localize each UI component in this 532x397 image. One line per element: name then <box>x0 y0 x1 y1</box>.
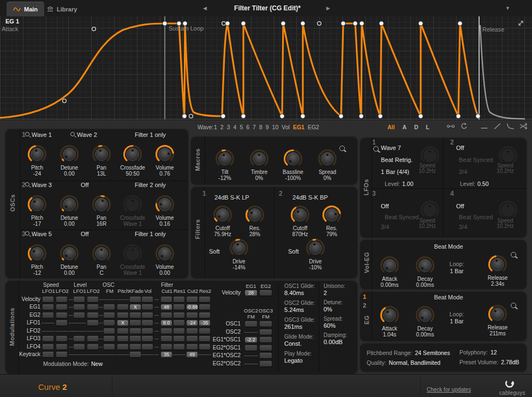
mode-a[interactable]: A <box>402 124 407 130</box>
lfo4-rate[interactable]: 3/4 <box>459 224 467 230</box>
ramp-shape-icon[interactable] <box>493 123 501 130</box>
lfo1-wave-selector[interactable]: Wave 7 <box>381 145 401 151</box>
eg-release-knob[interactable]: Release211ms <box>482 302 513 336</box>
tab-main[interactable]: Main <box>7 2 44 16</box>
polyphony-setting[interactable]: Polyphony:12 <box>459 347 497 357</box>
matrix-slot[interactable] <box>187 336 198 341</box>
curve-point[interactable] <box>225 21 230 26</box>
knob-dial[interactable] <box>153 242 177 266</box>
matrix-slot[interactable] <box>174 297 184 302</box>
lfo2-rate[interactable]: 3/4 <box>459 169 467 175</box>
wave-select-6[interactable]: 6 <box>246 124 249 130</box>
fmmatrix-slot[interactable] <box>260 361 272 366</box>
knob-dial[interactable] <box>486 252 510 276</box>
osc2-detune-knob[interactable]: Detune0.00 <box>53 193 85 227</box>
unisono-value[interactable]: 2 <box>324 290 327 296</box>
matrix-slot[interactable] <box>117 336 128 341</box>
matrix-slot[interactable] <box>130 320 141 326</box>
matrix-slot[interactable] <box>187 328 198 334</box>
matrix-slot[interactable] <box>130 352 141 357</box>
lfo3-wave-selector[interactable]: Off <box>381 203 388 209</box>
eg-tab-1[interactable]: 1 <box>363 293 366 300</box>
curve-point[interactable] <box>163 21 167 26</box>
curve-handle[interactable] <box>189 115 193 118</box>
matrix-slot[interactable] <box>117 344 128 350</box>
matrix-slot[interactable] <box>142 304 153 310</box>
filter2-res-knob[interactable]: Res.79% <box>316 203 348 237</box>
curve-point[interactable] <box>378 114 382 118</box>
matrix-slot[interactable] <box>161 328 172 334</box>
eg-tab-2[interactable]: 2 <box>363 302 366 309</box>
lfo3-rate[interactable]: 3/4 <box>381 224 389 230</box>
eg-decay-knob[interactable]: Decay0.00ms <box>409 303 441 338</box>
knob-dial[interactable] <box>57 193 81 216</box>
matrix-value[interactable]: X <box>117 320 128 326</box>
wave-select-3[interactable]: 3 <box>227 124 230 130</box>
matrix-slot[interactable] <box>104 328 115 334</box>
knob-dial[interactable] <box>89 242 113 266</box>
matrix-slot[interactable] <box>56 336 67 341</box>
matrix-slot[interactable] <box>130 336 141 341</box>
fmmatrix-slot[interactable] <box>260 321 272 327</box>
mode-d[interactable]: D <box>414 124 419 130</box>
glide-value[interactable]: 5.24ms <box>284 306 304 313</box>
matrix-slot[interactable] <box>104 336 115 341</box>
matrix-slot[interactable] <box>87 304 98 310</box>
filter2-drive-mode[interactable]: Soft <box>288 248 299 255</box>
fmmatrix-slot[interactable] <box>260 337 272 342</box>
matrix-slot[interactable] <box>187 297 198 302</box>
fmmatrix-slot[interactable] <box>245 345 257 351</box>
matrix-value[interactable]: 49 <box>187 352 198 357</box>
knob-dial[interactable] <box>153 142 177 166</box>
osc1-pan-knob[interactable]: Pan13L <box>86 142 117 177</box>
matrix-slot[interactable] <box>56 344 67 350</box>
matrix-slot[interactable] <box>74 344 85 350</box>
fmmatrix-slot[interactable] <box>245 321 257 327</box>
curve-point[interactable] <box>379 21 384 26</box>
knob-dial[interactable] <box>378 303 402 327</box>
matrix-slot[interactable] <box>74 336 85 341</box>
knob-dial[interactable] <box>121 142 145 166</box>
osc3-pitch-knob[interactable]: Pitch-12 <box>21 242 53 276</box>
matrix-slot[interactable] <box>199 297 210 302</box>
osc3-volume-knob[interactable]: Volume0.00 <box>149 242 181 276</box>
curve-point[interactable] <box>280 114 284 118</box>
menu-dropdown-button[interactable]: ▼ <box>505 5 510 11</box>
unisono-value[interactable]: 0% <box>324 306 332 312</box>
osc2-wave2-selector[interactable]: Off <box>81 182 88 188</box>
curve-point[interactable] <box>341 21 345 26</box>
knob-dial[interactable] <box>303 236 327 260</box>
wave-select-10[interactable]: 10 <box>272 124 279 130</box>
velmatrix-value[interactable]: 28 <box>245 290 257 296</box>
glide-value[interactable]: 261ms <box>284 323 302 330</box>
curve-handle[interactable] <box>63 99 67 103</box>
matrix-slot[interactable] <box>161 336 172 341</box>
matrix-slot[interactable] <box>130 344 141 350</box>
osc1-pitch-knob[interactable]: Pitch-24 <box>21 142 53 177</box>
filter2-drive-knob[interactable]: Drive-10% <box>300 236 331 270</box>
macro-tilt-knob[interactable]: Tilt-12% <box>209 147 241 181</box>
knob-dial[interactable] <box>288 203 312 227</box>
matrix-slot[interactable] <box>43 352 53 357</box>
matrix-slot[interactable] <box>161 297 172 302</box>
curve-point[interactable] <box>419 21 423 26</box>
eg-curve-canvas[interactable] <box>0 16 532 121</box>
matrix-slot[interactable] <box>43 304 53 310</box>
curve-point[interactable] <box>221 114 225 118</box>
matrix-slot[interactable] <box>56 312 67 318</box>
expand-graph-icon[interactable] <box>517 20 524 27</box>
curve-point[interactable] <box>458 21 462 26</box>
osc1-volume-knob[interactable]: Volume0.76 <box>149 142 181 177</box>
knob-dial[interactable] <box>378 254 402 278</box>
curve-point[interactable] <box>301 114 305 118</box>
matrix-slot[interactable] <box>174 304 184 310</box>
modulation-mode-value[interactable]: New <box>91 360 103 367</box>
wave-select-5[interactable]: 5 <box>240 124 243 130</box>
filter1-cutoff-knob[interactable]: Cutoff75.9Hz <box>207 203 238 237</box>
matrix-value[interactable]: -24 <box>187 320 198 326</box>
knob-dial[interactable] <box>281 147 305 171</box>
matrix-slot[interactable] <box>104 304 115 310</box>
mode-l[interactable]: L <box>426 124 429 130</box>
preset-volume-setting[interactable]: Preset Volume:2.78dB <box>459 357 519 366</box>
curve-handle[interactable] <box>92 27 96 31</box>
